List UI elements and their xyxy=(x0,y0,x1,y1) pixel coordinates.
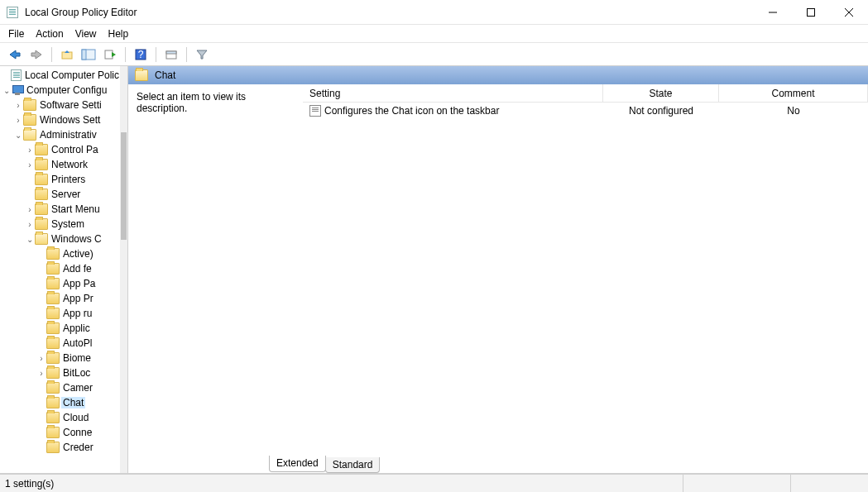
tree-app-package[interactable]: ›App Pa xyxy=(2,276,121,291)
list-header: Setting State Comment xyxy=(303,84,868,103)
tree-activex[interactable]: ›Active) xyxy=(2,246,121,261)
folder-icon xyxy=(35,203,48,215)
tab-extended[interactable]: Extended xyxy=(269,456,326,472)
tree-pane: ▾Local Computer Polic ⌄Computer Configu … xyxy=(0,66,128,473)
scroll-thumb[interactable] xyxy=(121,132,127,240)
tree-windows-settings[interactable]: ›Windows Sett xyxy=(2,112,121,127)
tree-root[interactable]: ▾Local Computer Polic xyxy=(2,68,121,83)
toolbar: ? xyxy=(0,43,868,66)
setting-name: Configures the Chat icon on the taskbar xyxy=(324,105,499,117)
tree-credential[interactable]: ›Creder xyxy=(2,440,121,455)
folder-icon xyxy=(23,99,36,111)
status-text: 1 setting(s) xyxy=(5,478,54,490)
tree-connect[interactable]: ›Conne xyxy=(2,425,121,440)
tree-server[interactable]: ›Server xyxy=(2,187,121,202)
tree-add-features[interactable]: ›Add fe xyxy=(2,261,121,276)
tree-biometrics[interactable]: ›Biome xyxy=(2,351,121,365)
svg-rect-6 xyxy=(62,52,72,59)
folder-icon xyxy=(35,189,48,200)
description-column: Select an item to view its description. xyxy=(128,84,302,455)
folder-icon xyxy=(46,263,60,275)
tree-app-privacy[interactable]: ›App Pr xyxy=(2,291,121,306)
window-controls xyxy=(754,0,868,24)
folder-icon xyxy=(35,159,48,170)
tree-start-menu[interactable]: ›Start Menu xyxy=(2,202,121,217)
folder-icon xyxy=(35,218,48,230)
tree-chat[interactable]: ›Chat xyxy=(2,395,121,410)
close-button[interactable] xyxy=(830,0,868,24)
help-button[interactable]: ? xyxy=(131,45,151,64)
settings-list: Setting State Comment Configures the Cha… xyxy=(302,84,868,455)
app-icon xyxy=(7,7,18,18)
export-button[interactable] xyxy=(100,45,120,64)
svg-rect-15 xyxy=(166,51,176,54)
detail-pane: Chat Select an item to view its descript… xyxy=(128,66,868,473)
filter-button[interactable] xyxy=(192,45,212,64)
tree-admin-templates[interactable]: ⌄Administrativ xyxy=(2,127,121,142)
tree-windows-components[interactable]: ⌄Windows C xyxy=(2,232,121,246)
folder-icon xyxy=(46,382,60,394)
tree-cloud[interactable]: ›Cloud xyxy=(2,410,121,425)
menu-action[interactable]: Action xyxy=(36,28,63,40)
col-state[interactable]: State xyxy=(603,84,719,102)
col-setting[interactable]: Setting xyxy=(303,84,603,102)
separator xyxy=(125,47,126,62)
separator xyxy=(186,47,187,62)
folder-icon xyxy=(46,278,60,289)
tree-camera[interactable]: ›Camer xyxy=(2,380,121,395)
separator xyxy=(156,47,156,62)
folder-icon xyxy=(23,114,36,126)
svg-marker-11 xyxy=(112,52,116,57)
svg-marker-16 xyxy=(197,50,207,59)
detail-title: Chat xyxy=(155,69,175,81)
menu-help[interactable]: Help xyxy=(108,28,129,40)
folder-icon xyxy=(46,412,60,423)
policy-tree[interactable]: ▾Local Computer Polic ⌄Computer Configu … xyxy=(0,66,121,456)
folder-icon xyxy=(46,248,60,260)
svg-marker-5 xyxy=(31,50,41,59)
svg-text:?: ? xyxy=(138,49,144,60)
list-item[interactable]: Configures the Chat icon on the taskbar … xyxy=(303,103,868,119)
folder-icon xyxy=(46,293,60,304)
tree-system[interactable]: ›System xyxy=(2,217,121,232)
window-title: Local Group Policy Editor xyxy=(25,7,137,18)
tree-scrollbar[interactable] xyxy=(120,66,127,473)
tree-app-runtime[interactable]: ›App ru xyxy=(2,306,121,321)
tree-printers[interactable]: ›Printers xyxy=(2,172,121,187)
menu-view[interactable]: View xyxy=(75,28,97,40)
folder-icon xyxy=(46,442,60,453)
col-comment[interactable]: Comment xyxy=(719,84,868,102)
document-icon xyxy=(11,69,22,81)
back-button[interactable] xyxy=(5,45,25,64)
tree-software-settings[interactable]: ›Software Setti xyxy=(2,98,121,112)
forward-button[interactable] xyxy=(26,45,46,64)
policy-icon xyxy=(309,105,321,117)
maximize-button[interactable] xyxy=(792,0,830,24)
tab-standard[interactable]: Standard xyxy=(325,457,381,473)
properties-button[interactable] xyxy=(161,45,181,64)
description-placeholder: Select an item to view its description. xyxy=(137,91,246,114)
show-hide-tree-button[interactable] xyxy=(79,45,98,64)
tree-bitlocker[interactable]: ›BitLoc xyxy=(2,365,121,380)
tree-computer-config[interactable]: ⌄Computer Configu xyxy=(2,83,121,98)
menubar: File Action View Help xyxy=(0,25,868,43)
folder-icon xyxy=(46,308,60,319)
tree-network[interactable]: ›Network xyxy=(2,157,121,172)
folder-open-icon xyxy=(135,69,148,81)
up-button[interactable] xyxy=(57,45,77,64)
tree-control-panel[interactable]: ›Control Pa xyxy=(2,142,121,157)
statusbar: 1 setting(s) xyxy=(0,474,868,492)
svg-marker-4 xyxy=(10,50,20,59)
tree-autoplay[interactable]: ›AutoPl xyxy=(2,336,121,351)
minimize-button[interactable] xyxy=(754,0,792,24)
svg-rect-1 xyxy=(808,8,815,16)
folder-icon xyxy=(46,337,60,349)
folder-icon xyxy=(35,144,48,155)
menu-file[interactable]: File xyxy=(8,28,24,40)
folder-icon xyxy=(46,427,60,438)
main-area: ▾Local Computer Polic ⌄Computer Configu … xyxy=(0,66,868,474)
folder-icon xyxy=(46,322,60,334)
folder-icon xyxy=(46,367,60,379)
tree-application[interactable]: ›Applic xyxy=(2,321,121,336)
computer-icon xyxy=(12,84,23,96)
